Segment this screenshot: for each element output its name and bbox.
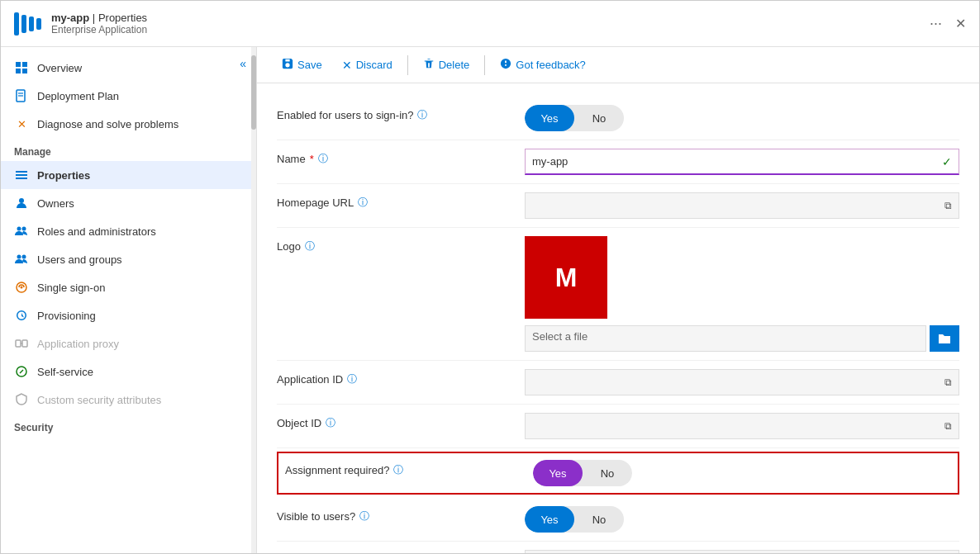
visible-control: Yes No (525, 506, 959, 533)
nav-item-users[interactable]: Users and groups (1, 245, 256, 273)
assignment-required-control: Yes No (533, 460, 951, 486)
feedback-button[interactable]: Got feedback? (492, 54, 594, 76)
object-id-input[interactable]: ⧉ (525, 413, 959, 439)
visible-info-icon[interactable]: ⓘ (359, 509, 369, 523)
properties-label: Properties (37, 169, 90, 182)
visible-no-btn[interactable]: No (574, 506, 624, 533)
name-input[interactable]: my-app ✓ (525, 149, 959, 175)
assignment-info-icon[interactable]: ⓘ (393, 463, 403, 477)
form-row-notes: Notes ⓘ (277, 542, 959, 553)
enabled-signin-no-btn[interactable]: No (574, 105, 624, 131)
sidebar-collapse-button[interactable]: « (240, 57, 246, 70)
assignment-no-btn[interactable]: No (583, 460, 632, 486)
app-id-info-icon[interactable]: ⓘ (347, 372, 357, 386)
custom-security-label: Custom security attributes (37, 394, 161, 406)
nav-item-sso[interactable]: Single sign-on (1, 273, 256, 301)
form-row-logo: Logo ⓘ M Select a file (277, 228, 959, 361)
object-id-label: Object ID ⓘ (277, 413, 525, 430)
more-options-dots[interactable]: ··· (930, 15, 942, 32)
svg-rect-3 (22, 69, 27, 73)
enabled-signin-info-icon[interactable]: ⓘ (417, 108, 427, 122)
form-row-enabled-signin: Enabled for users to sign-in? ⓘ Yes No (277, 97, 959, 140)
notes-label: Notes ⓘ (277, 550, 525, 553)
logo-label: Logo ⓘ (277, 236, 525, 253)
nav-item-properties[interactable]: Properties (1, 161, 256, 189)
app-id-input[interactable]: ⧉ (525, 369, 959, 395)
svg-rect-10 (16, 171, 18, 173)
homepage-info-icon[interactable]: ⓘ (358, 196, 368, 210)
enabled-signin-toggle[interactable]: Yes No (525, 105, 624, 131)
sso-label: Single sign-on (37, 282, 105, 294)
sso-icon (14, 280, 29, 295)
svg-rect-11 (16, 174, 18, 176)
proxy-label: Application proxy (37, 338, 119, 350)
close-button[interactable]: ✕ (955, 16, 966, 31)
nav-item-self-service[interactable]: Self-service (1, 357, 256, 386)
form-row-assignment-required: Assignment required? ⓘ Yes No (277, 452, 959, 495)
name-info-icon[interactable]: ⓘ (318, 152, 328, 166)
homepage-copy-icon[interactable]: ⧉ (944, 200, 952, 211)
discard-button[interactable]: ✕ Discard (334, 54, 401, 76)
svg-point-16 (17, 255, 21, 259)
content-area: Save ✕ Discard Delete (257, 47, 979, 553)
feedback-label: Got feedback? (516, 59, 586, 71)
enabled-signin-yes-btn[interactable]: Yes (525, 105, 574, 131)
name-check-icon: ✓ (942, 155, 952, 168)
name-control: my-app ✓ (525, 149, 959, 175)
self-service-icon (14, 364, 29, 379)
file-browse-button[interactable] (930, 325, 959, 352)
nav-item-custom-security: Custom security attributes (1, 386, 256, 414)
nav-item-provisioning[interactable]: Provisioning (1, 301, 256, 329)
title-bar-title: my-app | Properties (51, 12, 930, 24)
enabled-signin-control: Yes No (525, 105, 959, 131)
nav-item-overview[interactable]: Overview (1, 54, 256, 82)
book-icon (14, 88, 29, 103)
title-subtitle: Enterprise Application (51, 24, 930, 36)
svg-rect-2 (16, 69, 21, 73)
nav-item-deployment[interactable]: Deployment Plan (1, 82, 256, 110)
nav-item-owners[interactable]: Owners (1, 189, 256, 217)
title-separator: | (93, 12, 95, 24)
diagnose-label: Diagnose and solve problems (37, 118, 178, 130)
toolbar: Save ✕ Discard Delete (257, 47, 979, 83)
object-id-copy-icon[interactable]: ⧉ (944, 420, 952, 432)
nav-item-roles[interactable]: Roles and administrators (1, 217, 256, 245)
grid-icon (14, 60, 29, 75)
delete-button[interactable]: Delete (415, 54, 478, 76)
save-icon (282, 58, 293, 72)
homepage-input[interactable]: ⧉ (525, 192, 959, 219)
svg-rect-21 (22, 340, 27, 347)
deployment-label: Deployment Plan (37, 90, 119, 102)
assignment-yes-btn[interactable]: Yes (533, 460, 583, 486)
svg-point-14 (17, 227, 21, 231)
notes-input[interactable] (525, 550, 959, 553)
name-value: my-app (532, 155, 568, 168)
app-window: my-app | Properties Enterprise Applicati… (0, 0, 980, 554)
app-id-copy-icon[interactable]: ⧉ (944, 376, 952, 388)
homepage-label: Homepage URL ⓘ (277, 192, 525, 210)
form-row-homepage: Homepage URL ⓘ ⧉ (277, 184, 959, 228)
app-logo (14, 12, 41, 36)
nav-item-diagnose[interactable]: ✕ Diagnose and solve problems (1, 110, 256, 138)
logo-bar-1 (14, 12, 19, 36)
feedback-icon (500, 58, 511, 72)
title-bar: my-app | Properties Enterprise Applicati… (1, 1, 979, 47)
discard-icon: ✕ (342, 59, 352, 72)
users-groups-label: Users and groups (37, 253, 122, 266)
save-button[interactable]: Save (274, 54, 331, 76)
visible-yes-btn[interactable]: Yes (525, 506, 574, 533)
save-label: Save (297, 59, 322, 71)
file-input[interactable]: Select a file (525, 325, 926, 352)
visible-toggle[interactable]: Yes No (525, 506, 624, 533)
logo-info-icon[interactable]: ⓘ (305, 239, 315, 253)
assignment-required-toggle[interactable]: Yes No (533, 460, 632, 486)
object-id-info-icon[interactable]: ⓘ (326, 416, 335, 430)
sidebar-container: « Overview (1, 47, 257, 553)
properties-icon (14, 168, 29, 182)
svg-point-19 (21, 286, 23, 289)
form-row-visible: Visible to users? ⓘ Yes No (277, 498, 959, 542)
self-service-label: Self-service (37, 366, 93, 378)
logo-control: M Select a file (525, 236, 959, 352)
svg-rect-12 (16, 178, 18, 179)
file-placeholder: Select a file (532, 330, 588, 343)
